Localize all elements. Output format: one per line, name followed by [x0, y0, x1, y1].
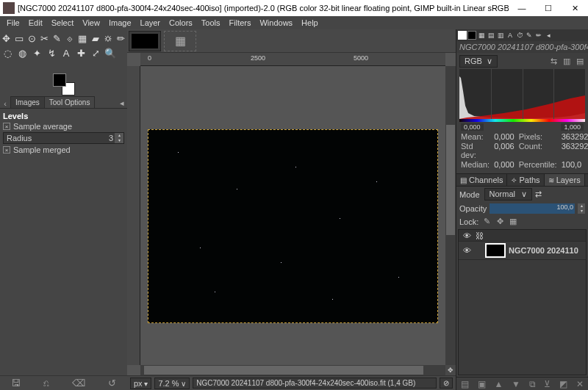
layer-visibility-icon[interactable]: 👁 — [460, 246, 473, 255]
dock-tab-icon[interactable]: ▥ — [496, 31, 505, 40]
text-tool-icon[interactable]: A — [60, 47, 72, 59]
layer-thumbnail[interactable] — [485, 243, 506, 258]
image-tab-1[interactable] — [129, 31, 161, 51]
warp-tool-icon[interactable]: ▦ — [78, 32, 87, 44]
lock-pixels-icon[interactable]: ✎ — [481, 217, 492, 226]
radius-up-icon[interactable]: ▴ — [115, 133, 123, 138]
gradient-tool-icon[interactable]: ⛭ — [103, 32, 112, 44]
fg-bg-color[interactable] — [53, 73, 75, 95]
paintbrush-tool-icon[interactable]: ✏ — [116, 32, 126, 44]
active-image-name[interactable]: NGC7000 20241107 d800-pfa-300f4-24... — [456, 41, 588, 53]
radius-down-icon[interactable]: ▾ — [115, 138, 123, 143]
dock-tab-icon[interactable]: ✏ — [534, 31, 543, 40]
hist-linear-icon[interactable]: ⇆ — [548, 56, 559, 66]
reset-options-icon[interactable]: ↺ — [108, 378, 116, 389]
hist-log-icon[interactable]: ▥ — [562, 56, 572, 66]
duplicate-layer-icon[interactable]: ⧉ — [529, 379, 536, 389]
sample-merged-checkbox[interactable]: × — [3, 146, 10, 154]
lock-position-icon[interactable]: ✥ — [495, 217, 505, 226]
mode-switch-icon[interactable]: ⇄ — [535, 189, 542, 199]
fg-color-swatch[interactable] — [53, 73, 66, 87]
menu-layer[interactable]: Layer — [137, 18, 165, 27]
dock-tab-icon[interactable] — [467, 31, 476, 40]
menu-windows[interactable]: Windows — [256, 18, 296, 27]
lock-alpha-icon[interactable]: ▦ — [508, 217, 518, 226]
path-tool-icon[interactable]: ↯ — [46, 47, 57, 59]
raise-layer-icon[interactable]: ▲ — [494, 379, 503, 389]
dock-tab-icon[interactable]: ◂ — [544, 31, 553, 40]
tab-paths[interactable]: ✧Paths — [507, 174, 544, 186]
opacity-down-icon[interactable]: ▾ — [578, 209, 585, 214]
fuzzy-select-tool-icon[interactable]: ✂ — [40, 32, 49, 44]
dock-tab-icon[interactable]: ▤ — [487, 31, 495, 40]
new-image-tab[interactable]: ▦ — [164, 31, 196, 51]
free-select-tool-icon[interactable]: ⊙ — [27, 32, 37, 44]
delete-options-icon[interactable]: ⌫ — [72, 378, 85, 389]
rect-select-tool-icon[interactable]: ▭ — [14, 32, 24, 44]
dock-tab-icon[interactable]: ⏱ — [515, 31, 524, 40]
layer-row[interactable]: 👁 NGC7000 2024110 — [459, 242, 586, 260]
maximize-button[interactable]: ☐ — [535, 0, 562, 16]
dock-tab-icon[interactable]: A — [506, 31, 514, 40]
menu-select[interactable]: Select — [48, 18, 78, 27]
image-canvas[interactable] — [148, 129, 438, 323]
delete-layer-icon[interactable]: ✕ — [576, 379, 584, 389]
tab-menu-icon[interactable]: ◂ — [117, 98, 127, 108]
menu-file[interactable]: File — [3, 18, 24, 27]
menu-edit[interactable]: Edit — [25, 18, 46, 27]
sample-average-checkbox[interactable]: × — [3, 123, 10, 130]
cancel-button[interactable]: ⊘ — [440, 378, 453, 389]
v-scroll-thumb[interactable] — [446, 125, 455, 235]
tab-menu-icon[interactable]: ◂ — [585, 174, 588, 186]
opacity-slider[interactable]: 100,0 — [490, 203, 575, 214]
bucket-fill-tool-icon[interactable]: ▰ — [90, 32, 100, 44]
eraser-tool-icon[interactable]: ◌ — [1, 47, 13, 59]
opacity-up-icon[interactable]: ▴ — [578, 203, 585, 209]
unit-selector[interactable]: px ▾ — [130, 378, 151, 389]
menu-filters[interactable]: Filters — [226, 18, 255, 27]
menu-help[interactable]: Help — [298, 18, 322, 27]
channel-selector[interactable]: RGB∨ — [459, 55, 498, 68]
lower-layer-icon[interactable]: ▼ — [512, 379, 520, 389]
menu-view[interactable]: View — [79, 18, 104, 27]
dock-tab-icon[interactable] — [458, 31, 467, 40]
horizontal-ruler[interactable]: 0 2500 5000 — [140, 53, 445, 66]
blend-mode-selector[interactable]: Normal∨ — [484, 188, 532, 201]
new-layer-icon[interactable]: ▤ — [461, 379, 469, 389]
tab-tool-options[interactable]: Tool Options — [44, 96, 96, 108]
heal-tool-icon[interactable]: ✚ — [75, 47, 87, 59]
dock-tab-icon[interactable]: ✎ — [525, 31, 534, 40]
menu-image[interactable]: Image — [105, 18, 135, 27]
measure-tool-icon[interactable]: ⤢ — [90, 47, 101, 59]
tab-layers[interactable]: ≋Layers — [545, 174, 585, 186]
layer-name[interactable]: NGC7000 2024110 — [509, 246, 584, 255]
hist-settings-icon[interactable]: ▤ — [575, 56, 585, 66]
move-tool-icon[interactable]: ✥ — [1, 32, 11, 44]
tab-images[interactable]: Images — [10, 96, 45, 108]
mask-icon[interactable]: ◩ — [559, 379, 567, 389]
merge-down-icon[interactable]: ⊻ — [544, 379, 551, 389]
histogram-graph[interactable] — [459, 69, 585, 122]
horizontal-scrollbar[interactable] — [140, 365, 445, 375]
layer-group-icon[interactable]: ▣ — [478, 379, 486, 389]
nav-corner-button[interactable]: ✥ — [445, 365, 456, 375]
restore-options-icon[interactable]: ⎌ — [43, 378, 49, 389]
clone-tool-icon[interactable]: ◍ — [16, 47, 28, 59]
dock-tab-icon[interactable]: ▦ — [477, 31, 486, 40]
vertical-ruler[interactable] — [127, 66, 140, 365]
h-scroll-thumb[interactable] — [144, 366, 423, 375]
close-button[interactable]: ✕ — [562, 0, 588, 16]
radius-input[interactable]: Radius 3 ▴▾ — [3, 132, 124, 144]
menu-tools[interactable]: Tools — [198, 18, 224, 27]
save-options-icon[interactable]: 🖫 — [11, 378, 21, 389]
zoom-tool-icon[interactable]: 🔍 — [104, 47, 116, 59]
vertical-scrollbar[interactable] — [445, 66, 456, 365]
zoom-selector[interactable]: 7.2 % ∨ — [154, 378, 190, 389]
transform-tool-icon[interactable]: ⟐ — [65, 32, 74, 44]
tab-channels[interactable]: ▤ Channels — [456, 174, 507, 186]
crop-tool-icon[interactable]: ✎ — [52, 32, 62, 44]
canvas-viewport[interactable] — [140, 66, 445, 365]
menu-colors[interactable]: Colors — [165, 18, 196, 27]
tab-nav-left-icon[interactable]: ‹ — [0, 99, 10, 108]
smudge-tool-icon[interactable]: ✦ — [31, 47, 43, 59]
